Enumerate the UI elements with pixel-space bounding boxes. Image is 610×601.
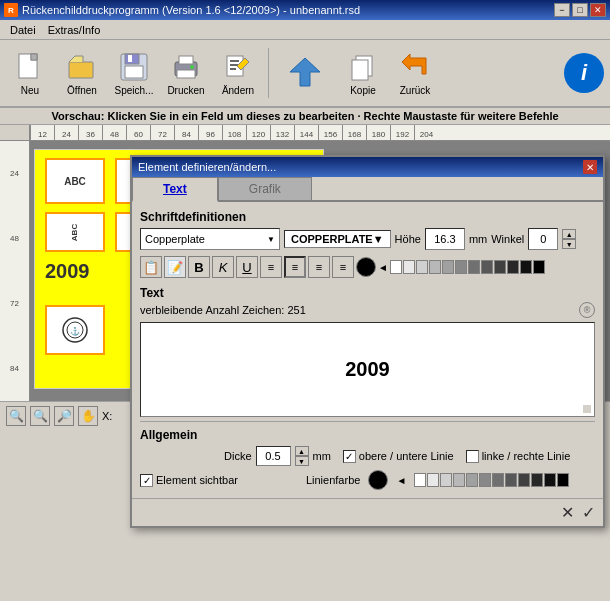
svg-marker-2 — [31, 54, 37, 60]
color-arrow[interactable]: ◄ — [378, 262, 388, 273]
minimize-button[interactable]: − — [554, 3, 570, 17]
title-bar-buttons[interactable]: − □ ✕ — [554, 3, 606, 17]
status-bar: Vorschau: Klicken Sie in ein Feld um die… — [0, 108, 610, 125]
underline-btn[interactable]: U — [236, 256, 258, 278]
color-swatch[interactable] — [427, 473, 439, 487]
color-swatch[interactable] — [492, 473, 504, 487]
zurueck-button[interactable]: Zurück — [391, 45, 439, 101]
canvas-cell-5[interactable]: ABC — [45, 212, 105, 252]
font-style-arrow: ▼ — [373, 233, 384, 245]
bold-btn[interactable]: B — [188, 256, 210, 278]
color-swatch[interactable] — [414, 473, 426, 487]
color-swatch[interactable] — [507, 260, 519, 274]
zoom-out-btn[interactable]: 🔎 — [54, 406, 74, 426]
color-swatch[interactable] — [494, 260, 506, 274]
neu-button[interactable]: Neu — [6, 45, 54, 101]
color-swatch[interactable] — [442, 260, 454, 274]
status-text: Vorschau: Klicken Sie in ein Feld um die… — [51, 110, 558, 122]
close-button[interactable]: ✕ — [590, 3, 606, 17]
svg-rect-6 — [125, 66, 143, 78]
color-swatch[interactable] — [557, 473, 569, 487]
menu-datei[interactable]: Datei — [4, 22, 42, 38]
thickness-up-btn[interactable]: ▲ — [295, 446, 309, 456]
align-right-btn[interactable]: ≡ — [308, 256, 330, 278]
line-color-arrow[interactable]: ◄ — [396, 475, 406, 486]
color-swatch[interactable] — [466, 473, 478, 487]
color-swatch[interactable] — [520, 260, 532, 274]
cancel-dialog-btn[interactable]: ✕ — [561, 503, 574, 522]
angle-down-btn[interactable]: ▼ — [562, 239, 576, 249]
left-right-checkbox[interactable] — [466, 450, 479, 463]
zoom-fit-btn[interactable]: 🔍 — [6, 406, 26, 426]
registered-btn[interactable]: ® — [579, 302, 595, 318]
color-swatch[interactable] — [531, 473, 543, 487]
general-section-label: Allgemein — [140, 428, 595, 442]
color-swatch[interactable] — [468, 260, 480, 274]
color-swatch[interactable] — [544, 473, 556, 487]
canvas-cell-1[interactable]: ABC — [45, 158, 105, 204]
dialog-close-button[interactable]: ✕ — [583, 160, 597, 174]
color-swatch[interactable] — [390, 260, 402, 274]
hand-tool-btn[interactable]: ✋ — [78, 406, 98, 426]
new-icon — [14, 51, 46, 83]
menu-extras[interactable]: Extras/Info — [42, 22, 107, 38]
angle-input[interactable] — [528, 228, 558, 250]
dialog-tabs: Text Grafik — [132, 177, 603, 202]
tab-text[interactable]: Text — [132, 177, 218, 202]
copy-icon — [347, 51, 379, 83]
left-right-line-label[interactable]: linke / rechte Linie — [466, 450, 571, 463]
angle-spinner[interactable]: ▲ ▼ — [562, 229, 576, 249]
thickness-spinner[interactable]: ▲ ▼ — [295, 446, 309, 466]
top-bottom-checkbox[interactable] — [343, 450, 356, 463]
oeffnen-button[interactable]: Öffnen — [58, 45, 106, 101]
thickness-input[interactable] — [256, 446, 291, 466]
color-swatch[interactable] — [429, 260, 441, 274]
remaining-chars-row: verbleibende Anzahl Zeichen: 251 ® — [140, 302, 595, 318]
drucken-button[interactable]: Drucken — [162, 45, 210, 101]
height-input[interactable] — [425, 228, 465, 250]
info-button[interactable]: i — [564, 53, 604, 93]
angle-label: Winkel — [491, 233, 524, 245]
color-swatch[interactable] — [440, 473, 452, 487]
color-swatch[interactable] — [455, 260, 467, 274]
text-area[interactable]: 2009 — [140, 322, 595, 417]
color-swatch[interactable] — [416, 260, 428, 274]
color-swatch[interactable] — [505, 473, 517, 487]
color-swatch[interactable] — [481, 260, 493, 274]
svg-rect-7 — [128, 55, 132, 62]
element-visible-checkbox[interactable] — [140, 474, 153, 487]
confirm-dialog-btn[interactable]: ✓ — [582, 503, 595, 522]
thickness-mm-label: mm — [313, 450, 331, 462]
canvas-cell-9[interactable]: ⚓ — [45, 305, 105, 355]
color-swatch[interactable] — [479, 473, 491, 487]
navigate-button[interactable] — [275, 45, 335, 101]
color-swatch[interactable] — [453, 473, 465, 487]
font-style-select[interactable]: COPPERPLATE ▼ — [284, 230, 391, 248]
thickness-row: Dicke ▲ ▼ mm obere / untere Linie linke … — [140, 446, 595, 466]
kopie-button[interactable]: Kopie — [339, 45, 387, 101]
ruler-container: 1224364860728496108120132144156168180192… — [0, 125, 610, 141]
line-color-circle[interactable] — [368, 470, 388, 490]
zoom-in-btn[interactable]: 🔍 — [30, 406, 50, 426]
justify-btn[interactable]: ≡ — [332, 256, 354, 278]
resize-handle[interactable] — [583, 405, 591, 413]
element-visible-label[interactable]: Element sichtbar — [140, 474, 238, 487]
align-center-btn[interactable]: ≡ — [284, 256, 306, 278]
paste-format-btn[interactable]: 📝 — [164, 256, 186, 278]
color-swatch[interactable] — [533, 260, 545, 274]
angle-up-btn[interactable]: ▲ — [562, 229, 576, 239]
thickness-down-btn[interactable]: ▼ — [295, 456, 309, 466]
maximize-button[interactable]: □ — [572, 3, 588, 17]
tab-grafik[interactable]: Grafik — [218, 177, 312, 200]
align-left-btn[interactable]: ≡ — [260, 256, 282, 278]
color-swatch[interactable] — [518, 473, 530, 487]
top-bottom-line-label[interactable]: obere / untere Linie — [343, 450, 454, 463]
ruler-track: 1224364860728496108120132144156168180192… — [30, 125, 610, 140]
speichern-button[interactable]: Speich... — [110, 45, 158, 101]
aendern-button[interactable]: Ändern — [214, 45, 262, 101]
italic-btn[interactable]: K — [212, 256, 234, 278]
color-swatch[interactable] — [403, 260, 415, 274]
copy-format-btn[interactable]: 📋 — [140, 256, 162, 278]
font-select[interactable]: Copperplate ▼ — [140, 228, 280, 250]
text-color-circle[interactable] — [356, 257, 376, 277]
